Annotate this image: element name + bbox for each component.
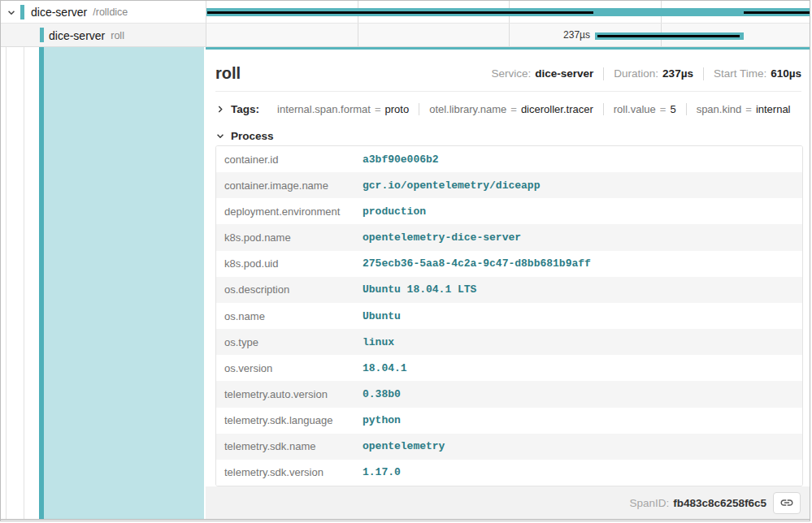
span-row-root[interactable]: dice-server /rolldice (1, 1, 206, 24)
duration-label: Duration: (614, 67, 658, 80)
span-detail-footer: SpanID: fb483c8c6258f6c5 (206, 486, 810, 519)
kv-key: os.name (216, 310, 363, 322)
tag-value: 5 (670, 103, 675, 115)
equals-sign: = (660, 103, 667, 115)
kv-key: telemetry.auto.version (216, 388, 363, 400)
tag-key: span.kind (697, 103, 742, 115)
kv-value: a3bf90e006b2 (363, 153, 439, 166)
process-accordion-toggle[interactable]: Process (215, 126, 801, 145)
table-row: k8s.pod.nameopentelemetry-dice-server (216, 224, 802, 250)
tag-value: proto (385, 103, 410, 115)
table-row: telemetry.sdk.languagepython (216, 408, 802, 434)
copy-link-button[interactable] (773, 492, 801, 514)
tag-value: diceroller.tracer (521, 103, 593, 115)
kv-value: 275ecb36-5aa8-4c2a-9c47-d8bb681b9aff (363, 257, 591, 270)
kv-key: k8s.pod.uid (216, 257, 363, 270)
table-row: telemetry.auto.version0.38b0 (216, 381, 802, 407)
process-key-value-table: container.ida3bf90e006b2 container.image… (215, 145, 803, 486)
divider (603, 67, 604, 80)
kv-key: os.type (216, 336, 363, 348)
kv-value: 0.38b0 (363, 388, 401, 400)
table-row: os.nameUbuntu (216, 303, 802, 329)
tree-guide-line (6, 47, 7, 519)
kv-key: telemetry.sdk.language (216, 414, 363, 426)
kv-key: os.description (216, 283, 363, 296)
equals-sign: = (375, 103, 381, 115)
service-value: dice-server (535, 67, 593, 80)
tag-key: otel.library.name (429, 103, 506, 115)
tags-accordion-toggle[interactable]: Tags: internal.span.format = proto otel.… (215, 98, 801, 119)
start-time-label: Start Time: (714, 67, 766, 80)
chevron-down-icon (215, 132, 225, 140)
kv-value: linux (363, 336, 394, 348)
timeline-row-root (206, 1, 810, 24)
chevron-right-icon (215, 105, 225, 114)
tag-summary-item: span.kind = internal (686, 103, 801, 115)
root-service-name: dice-server (31, 6, 87, 19)
child-service-name: dice-server (49, 29, 105, 42)
tag-key: roll.value (614, 103, 656, 115)
root-span-bar[interactable] (206, 8, 810, 16)
selected-span-left-gutter (1, 47, 206, 519)
service-label: Service: (491, 67, 531, 80)
duration-value: 237µs (662, 67, 693, 80)
kv-value: production (363, 205, 426, 218)
collapse-chevron-down-icon[interactable] (7, 8, 16, 17)
table-row: k8s.pod.uid275ecb36-5aa8-4c2a-9c47-d8bb6… (216, 251, 802, 277)
tag-summary-item: internal.span.format = proto (267, 103, 419, 115)
span-color-stripe (40, 28, 44, 42)
table-row: container.image.namegcr.io/opentelemetry… (216, 172, 802, 198)
timeline-row-child: 237µs (206, 24, 810, 47)
kv-value: opentelemetry (363, 440, 445, 452)
tag-summary-item: roll.value = 5 (603, 103, 686, 115)
selected-span-fill (44, 47, 204, 519)
critical-path-segment (597, 35, 740, 37)
critical-path-segment (207, 11, 593, 14)
child-span-bar[interactable] (595, 32, 744, 40)
kv-value: Ubuntu 18.04.1 LTS (363, 283, 476, 296)
kv-value: python (363, 414, 401, 426)
tag-value: internal (756, 103, 791, 115)
table-row: telemetry.sdk.version1.17.0 (216, 460, 802, 486)
tag-summary-item: otel.library.name = diceroller.tracer (419, 103, 603, 115)
spanid-value: fb483c8c6258f6c5 (673, 497, 766, 509)
divider (703, 67, 704, 80)
critical-path-segment (744, 11, 810, 14)
span-meta: Service: dice-server Duration: 237µs Sta… (491, 67, 801, 80)
table-row: os.descriptionUbuntu 18.04.1 LTS (216, 277, 802, 303)
tag-key: internal.span.format (277, 103, 371, 115)
kv-key: os.version (216, 362, 363, 374)
root-operation-name: /rolldice (93, 6, 128, 18)
equals-sign: = (745, 103, 752, 115)
kv-key: k8s.pod.name (216, 231, 363, 244)
table-row: container.ida3bf90e006b2 (216, 146, 802, 172)
span-title: roll (215, 64, 241, 83)
table-row: os.version18.04.1 (216, 355, 802, 381)
table-row: deployment.environmentproduction (216, 198, 802, 224)
link-icon (779, 495, 794, 510)
kv-key: deployment.environment (216, 205, 363, 218)
kv-key: telemetry.sdk.name (216, 440, 363, 452)
kv-value: 1.17.0 (363, 466, 401, 478)
span-duration-label: 237µs (206, 24, 590, 47)
kv-key: telemetry.sdk.version (216, 466, 363, 478)
table-row: telemetry.sdk.nameopentelemetry (216, 434, 802, 460)
jaeger-trace-detail-view: dice-server /rolldice dice-server roll 2… (0, 0, 810, 521)
tags-label: Tags: (231, 103, 259, 115)
table-row: os.typelinux (216, 329, 802, 355)
span-color-stripe (20, 5, 24, 19)
span-detail-card: roll Service: dice-server Duration: 237µ… (206, 47, 810, 486)
span-detail-header: roll Service: dice-server Duration: 237µ… (215, 50, 801, 92)
kv-key: container.id (216, 153, 363, 166)
span-row-child[interactable]: dice-server roll (1, 24, 206, 47)
kv-key: container.image.name (216, 179, 363, 192)
spanid-label: SpanID: (629, 497, 669, 509)
kv-value: gcr.io/opentelemetry/diceapp (363, 179, 540, 192)
kv-value: 18.04.1 (363, 362, 407, 374)
tree-guide-line (24, 47, 24, 519)
kv-value: opentelemetry-dice-server (363, 231, 521, 244)
kv-value: Ubuntu (363, 310, 401, 322)
window-bottom-edge (1, 519, 810, 521)
child-operation-name: roll (111, 30, 124, 41)
equals-sign: = (510, 103, 517, 115)
